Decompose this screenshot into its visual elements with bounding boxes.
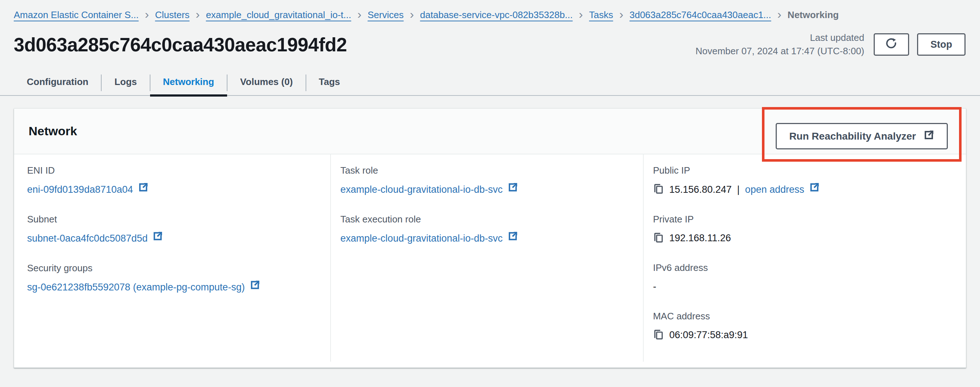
refresh-button[interactable] — [874, 33, 909, 56]
open-address-link[interactable]: open address — [745, 182, 820, 197]
breadcrumb-link-service-name[interactable]: database-service-vpc-082b35328b... — [420, 8, 573, 22]
copy-icon — [653, 183, 664, 195]
refresh-icon — [885, 37, 898, 53]
breadcrumb-separator-icon: › — [778, 9, 781, 19]
network-panel: Network Run Reachability Analyzer ENI ID… — [14, 108, 966, 368]
breadcrumb-separator-icon: › — [579, 9, 583, 19]
task-role-link[interactable]: example-cloud-gravitational-io-db-svc — [340, 182, 518, 197]
breadcrumb-current-networking: Networking — [788, 8, 839, 22]
external-link-icon — [809, 182, 820, 197]
breadcrumb-separator-icon: › — [410, 9, 414, 19]
task-execution-role-link[interactable]: example-cloud-gravitational-io-db-svc — [340, 231, 518, 245]
network-column-right: Public IP 15.156.80.247 | open addre — [643, 154, 966, 362]
network-column-middle: Task role example-cloud-gravitational-io… — [330, 154, 643, 362]
eni-id-value: eni-09fd0139da8710a04 — [27, 182, 133, 197]
breadcrumb-link-ecs[interactable]: Amazon Elastic Container S... — [14, 8, 138, 22]
field-label: Task role — [340, 164, 634, 177]
eni-id-link[interactable]: eni-09fd0139da8710a04 — [27, 182, 149, 197]
breadcrumb-link-clusters[interactable]: Clusters — [155, 8, 189, 22]
field-public-ip: Public IP 15.156.80.247 | open addre — [653, 164, 957, 197]
field-task-execution-role: Task execution role example-cloud-gravit… — [340, 213, 634, 245]
copy-private-ip-button[interactable] — [653, 232, 664, 244]
field-label: MAC address — [653, 310, 957, 323]
security-group-value: sg-0e621238fb5592078 (example-pg-compute… — [27, 280, 245, 295]
field-label: Subnet — [27, 213, 321, 226]
field-label: IPv6 address — [653, 261, 957, 274]
last-updated-value: November 07, 2024 at 17:47 (UTC-8:00) — [695, 45, 864, 58]
last-updated: Last updated November 07, 2024 at 17:47 … — [695, 31, 864, 58]
external-link-icon — [138, 182, 149, 197]
run-reachability-analyzer-label: Run Reachability Analyzer — [789, 131, 916, 142]
field-ipv6-address: IPv6 address - — [653, 261, 957, 294]
external-link-icon — [922, 129, 934, 143]
breadcrumb-link-task-id[interactable]: 3d063a285c764c0caa430aeac1... — [630, 8, 772, 22]
field-label: Security groups — [27, 261, 321, 275]
breadcrumb-link-services[interactable]: Services — [368, 8, 404, 22]
breadcrumb-separator-icon: › — [145, 9, 149, 19]
copy-icon — [653, 232, 664, 244]
network-panel-title: Network — [29, 124, 77, 138]
stop-button[interactable]: Stop — [917, 33, 966, 56]
field-task-role: Task role example-cloud-gravitational-io… — [340, 164, 634, 197]
ipv6-value: - — [653, 279, 656, 294]
tab-configuration[interactable]: Configuration — [14, 70, 101, 97]
tab-tags[interactable]: Tags — [306, 70, 353, 97]
network-column-left: ENI ID eni-09fd0139da8710a04 Subnet — [14, 154, 330, 362]
external-link-icon — [250, 280, 260, 295]
external-link-icon — [152, 231, 163, 245]
breadcrumb-separator-icon: › — [357, 9, 361, 19]
field-mac-address: MAC address 06:09:77:58:a9:91 — [653, 310, 957, 342]
copy-public-ip-button[interactable] — [653, 183, 664, 195]
field-label: Public IP — [653, 164, 957, 177]
task-execution-role-value: example-cloud-gravitational-io-db-svc — [340, 231, 503, 245]
external-link-icon — [508, 182, 518, 197]
page-header-actions: Last updated November 07, 2024 at 17:47 … — [695, 31, 966, 58]
private-ip-value: 192.168.11.26 — [669, 231, 731, 245]
breadcrumb-link-tasks[interactable]: Tasks — [589, 8, 613, 22]
run-reachability-analyzer-button[interactable]: Run Reachability Analyzer — [776, 123, 948, 150]
tab-volumes[interactable]: Volumes (0) — [227, 70, 305, 97]
breadcrumb-link-cluster-name[interactable]: example_cloud_gravitational_io-t... — [206, 8, 351, 22]
field-eni-id: ENI ID eni-09fd0139da8710a04 — [27, 164, 321, 197]
highlight-annotation-box: Run Reachability Analyzer — [762, 107, 962, 162]
field-label: Private IP — [653, 213, 957, 226]
page-header: 3d063a285c764c0caa430aeac1994fd2 Last up… — [14, 31, 966, 58]
tab-networking[interactable]: Networking — [150, 70, 228, 97]
copy-mac-address-button[interactable] — [653, 329, 664, 341]
subnet-link[interactable]: subnet-0aca4fc0dc5087d5d — [27, 231, 163, 245]
breadcrumb-separator-icon: › — [619, 9, 623, 19]
subnet-value: subnet-0aca4fc0dc5087d5d — [27, 231, 148, 245]
external-link-icon — [508, 231, 518, 245]
field-security-groups: Security groups sg-0e621238fb5592078 (ex… — [27, 261, 321, 295]
network-panel-body: ENI ID eni-09fd0139da8710a04 Subnet — [14, 154, 966, 368]
field-label: Task execution role — [340, 213, 634, 226]
tab-logs[interactable]: Logs — [101, 70, 150, 97]
last-updated-label: Last updated — [695, 31, 864, 45]
value-separator: | — [737, 182, 740, 197]
breadcrumb: Amazon Elastic Container S... › Clusters… — [0, 0, 980, 22]
mac-address-value: 06:09:77:58:a9:91 — [669, 328, 748, 342]
field-label: ENI ID — [27, 164, 321, 177]
open-address-label: open address — [745, 182, 804, 197]
task-role-value: example-cloud-gravitational-io-db-svc — [340, 182, 503, 197]
public-ip-value: 15.156.80.247 — [669, 182, 732, 197]
copy-icon — [653, 329, 664, 341]
field-private-ip: Private IP 192.168.11.26 — [653, 213, 957, 245]
breadcrumb-separator-icon: › — [196, 9, 200, 19]
field-subnet: Subnet subnet-0aca4fc0dc5087d5d — [27, 213, 321, 245]
security-group-link[interactable]: sg-0e621238fb5592078 (example-pg-compute… — [27, 280, 260, 295]
tab-bar: Configuration Logs Networking Volumes (0… — [0, 70, 980, 96]
page-title: 3d063a285c764c0caa430aeac1994fd2 — [14, 33, 347, 56]
